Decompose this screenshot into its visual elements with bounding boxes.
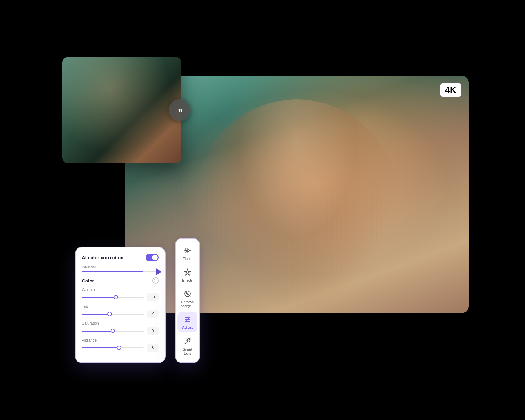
svg-point-0 [186,248,188,250]
saturation-row: Saturation 0 [82,321,159,335]
intensity-slider-thumb[interactable] [156,268,162,276]
saturation-label: Saturation [82,321,159,326]
saturation-slider-group: 0 [82,327,159,335]
vibrance-value: 8 [147,344,159,352]
before-photo [62,57,181,163]
remove-bg-icon [182,289,192,299]
warmth-row: Warmth 13 [82,288,159,301]
adjust-icon [182,314,192,324]
smart-tools-icon [182,336,192,346]
color-section-title: Color [82,278,94,283]
vibrance-label: Vibrance [82,338,159,342]
saturation-slider-track[interactable] [82,331,144,332]
sidebar-item-effects[interactable]: Effects [178,265,198,285]
panel-title: AI color correction [82,255,123,260]
intensity-section: Intensity [82,265,159,272]
svg-point-15 [186,321,187,322]
warmth-slider-fill [82,297,116,298]
sidebar-item-smart-tools[interactable]: Smart tools [178,334,198,358]
intensity-slider-fill [82,271,143,272]
svg-point-13 [186,317,187,318]
tint-slider-thumb[interactable] [108,312,112,316]
sidebar-item-adjust[interactable]: Adjust [178,312,198,332]
sidebar-item-filters[interactable]: Filters [178,243,198,263]
saturation-slider-fill [82,331,113,332]
panel-header: AI color correction [82,254,159,261]
filters-icon [182,246,192,256]
filters-label: Filters [183,257,192,261]
sidebar-item-remove-bg[interactable]: Remove backgr… [178,286,198,311]
tint-slider-fill [82,314,110,315]
smart-tools-label: Smart tools [179,348,196,356]
right-sidebar-panel: Filters Effects Remove backgr… [175,238,200,363]
before-image [62,57,181,163]
toggle-switch[interactable] [146,254,159,261]
remove-bg-label: Remove backgr… [179,300,196,308]
tint-value: -9 [147,310,159,318]
effects-icon [182,267,192,277]
intensity-label: Intensity [82,265,159,269]
resolution-badge: 4K [440,83,461,97]
warmth-label: Warmth [82,288,159,292]
svg-point-2 [186,251,188,253]
tint-slider-track[interactable] [82,314,144,315]
saturation-slider-thumb[interactable] [111,329,115,333]
tint-slider-group: -9 [82,310,159,318]
tint-row: Tint -9 [82,304,159,318]
ai-color-correction-panel: AI color correction Intensity Color Warm… [75,247,166,363]
vibrance-slider-fill [82,348,119,348]
effects-label: Effects [182,278,192,282]
warmth-slider-track[interactable] [82,297,144,298]
vibrance-slider-track[interactable] [82,348,144,348]
vibrance-slider-thumb[interactable] [117,346,121,350]
intensity-slider-track[interactable] [82,271,159,272]
scene: » 4K AI color correction Intensity Color [44,38,481,382]
svg-point-14 [188,319,189,320]
vibrance-row: Vibrance 8 [82,338,159,352]
warmth-slider-group: 13 [82,293,159,301]
warmth-slider-thumb[interactable] [114,295,118,299]
tint-label: Tint [82,304,159,309]
warmth-value: 13 [147,293,159,301]
compare-arrow-button[interactable]: » [169,99,191,121]
color-section-header: Color [82,278,159,284]
reset-button[interactable] [152,278,159,284]
saturation-value: 0 [147,327,159,335]
chevron-right-icon: » [178,105,181,115]
adjust-label: Adjust [182,326,193,330]
svg-point-1 [188,250,189,252]
vibrance-slider-group: 8 [82,344,159,352]
